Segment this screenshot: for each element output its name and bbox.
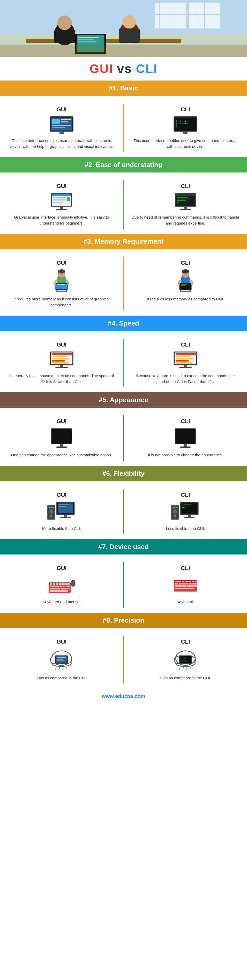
svg-rect-23	[0, 45, 247, 57]
svg-rect-131	[173, 507, 178, 508]
svg-rect-54	[177, 197, 188, 198]
section-1-row: GUI This user interface enables user to …	[0, 103, 247, 152]
svg-rect-13	[54, 30, 75, 43]
svg-rect-81	[181, 285, 185, 286]
section-6-gui-text: More flexible than CLI.	[42, 526, 81, 532]
svg-rect-89	[52, 362, 68, 364]
section-2-content: GUI Graphical user	[0, 172, 247, 234]
svg-rect-44	[53, 197, 66, 198]
svg-rect-158	[178, 581, 181, 582]
section-5-title: #5. Appearance	[0, 396, 247, 404]
svg-rect-29	[61, 123, 69, 123]
section-2-title: #2. Ease of understating	[0, 161, 247, 169]
svg-rect-195	[180, 656, 191, 663]
svg-rect-97	[176, 360, 188, 361]
section-5-gui-icon	[49, 428, 74, 449]
svg-rect-127	[182, 507, 184, 508]
svg-point-66	[58, 269, 65, 274]
section-4-cli-label: CLI	[181, 341, 190, 348]
svg-rect-152	[50, 590, 68, 592]
svg-rect-144	[50, 585, 53, 587]
svg-rect-63	[56, 291, 67, 292]
section-8-cli-col: CLI $ cmd output	[124, 636, 247, 684]
main-title-container: GUI vs CLI	[0, 57, 247, 81]
section-7-cli-label: CLI	[181, 565, 190, 571]
svg-line-186	[63, 667, 63, 670]
section-7-gui-icon	[48, 575, 76, 595]
section-3-gui-icon	[48, 269, 76, 293]
section-8-cli-text: High as compared to the GUI.	[160, 675, 211, 681]
svg-rect-142	[65, 583, 68, 585]
footer-url: www.educba.com	[101, 693, 145, 699]
section-4-header: #4. Speed	[0, 316, 247, 331]
section-7-gui-col: GUI	[0, 562, 124, 608]
svg-point-15	[123, 15, 136, 29]
section-7-title: #7. Device used	[0, 543, 247, 551]
svg-rect-161	[188, 581, 191, 582]
section-5-cli-label: CLI	[181, 418, 190, 425]
svg-rect-160	[185, 581, 188, 582]
section-6-content: GUI	[0, 481, 247, 539]
section-2-gui-text: Graphical user interface is visually int…	[8, 215, 116, 226]
svg-rect-47	[53, 202, 63, 203]
svg-rect-159	[182, 581, 184, 582]
section-5-gui-col: GUI One can change the appearance with c…	[0, 415, 124, 461]
svg-rect-5	[171, 3, 171, 29]
svg-rect-103	[60, 444, 63, 447]
section-1-gui-label: GUI	[56, 106, 66, 113]
section-6-cli-icon	[170, 501, 201, 522]
svg-point-77	[182, 269, 189, 274]
svg-rect-104	[56, 447, 67, 448]
section-5-gui-label: GUI	[56, 418, 66, 425]
section-5-cli-text: It is not possible to change the appeara…	[148, 452, 223, 458]
svg-rect-57	[177, 202, 179, 202]
svg-rect-94	[176, 353, 197, 355]
svg-rect-27	[61, 119, 71, 120]
section-3-gui-label: GUI	[56, 259, 66, 266]
section-7-cli-icon	[173, 575, 198, 595]
hero-image	[0, 0, 247, 57]
svg-rect-119	[49, 509, 54, 509]
section-8-content: GUI	[0, 628, 247, 689]
svg-rect-128	[188, 515, 191, 517]
svg-rect-112	[59, 504, 69, 505]
svg-point-121	[50, 515, 52, 517]
svg-rect-150	[50, 588, 60, 589]
svg-rect-9	[189, 14, 220, 15]
svg-rect-16	[119, 29, 140, 43]
svg-rect-146	[56, 585, 59, 587]
svg-rect-100	[179, 367, 192, 368]
section-3-cli-col: CLI	[124, 257, 247, 310]
section-4-cli-col: CLI Because keyboard is used to execute …	[124, 339, 247, 387]
section-6-cli-text: Less flexible than GUI.	[166, 526, 205, 532]
section-1-content: GUI This user interface enables user to …	[0, 96, 247, 157]
section-1-gui-icon	[49, 116, 74, 134]
svg-text:output: output	[180, 660, 187, 662]
svg-rect-43	[52, 194, 71, 196]
section-5-content: GUI One can change the appearance with c…	[0, 408, 247, 466]
title-gui: GUI	[89, 62, 113, 76]
section-8-row: GUI	[0, 636, 247, 684]
svg-rect-149	[66, 585, 70, 587]
svg-rect-181	[57, 657, 66, 658]
svg-rect-46	[53, 200, 67, 201]
svg-rect-88	[52, 360, 65, 361]
section-1-header: #1. Basic	[0, 81, 247, 96]
svg-rect-31	[52, 127, 65, 128]
svg-rect-91	[55, 367, 68, 368]
svg-line-187	[66, 667, 67, 670]
title-cli: CLI	[136, 62, 158, 76]
svg-rect-140	[59, 583, 62, 585]
section-2-cli-label: CLI	[181, 183, 190, 189]
svg-rect-145	[53, 585, 56, 587]
hero-illustration	[0, 0, 247, 57]
svg-rect-114	[59, 508, 68, 508]
title-vs: vs	[113, 62, 136, 76]
section-3-content: GUI	[0, 249, 247, 316]
svg-rect-30	[52, 125, 71, 126]
svg-text:$ ls -la: $ ls -la	[176, 120, 186, 122]
section-2-gui-icon	[49, 192, 74, 211]
svg-text:$ cmd: $ cmd	[180, 657, 186, 660]
svg-rect-6	[155, 14, 186, 15]
svg-point-12	[57, 16, 72, 30]
